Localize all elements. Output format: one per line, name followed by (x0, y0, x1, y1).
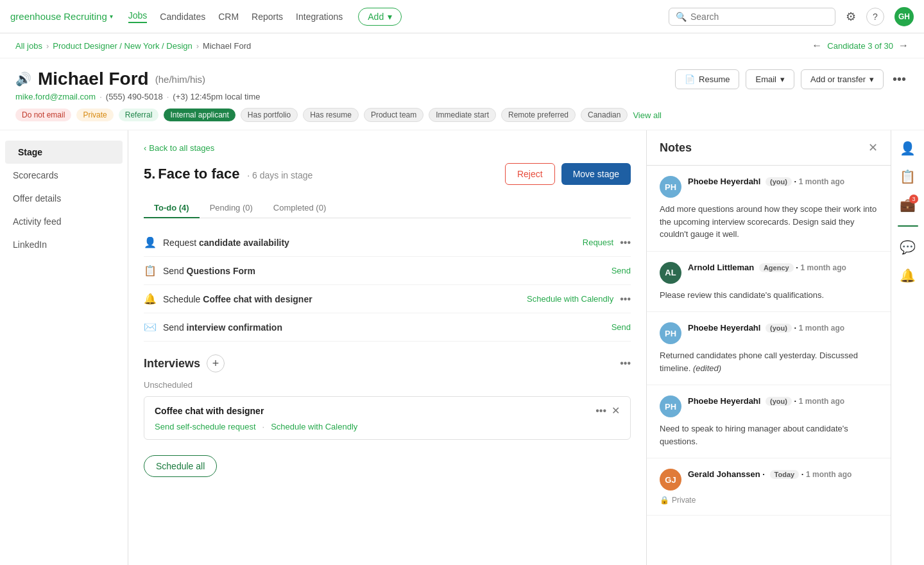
search-box[interactable]: 🔍 (669, 8, 835, 26)
candidate-meta: mike.ford@zmail.com · (555) 490-5018 · (… (15, 92, 909, 101)
candidate-nav-text[interactable]: Candidate 3 of 30 (827, 41, 893, 51)
candidate-header: 🔊 Michael Ford (he/him/his) 📄 Resume Ema… (0, 58, 924, 130)
nav-link-candidates[interactable]: Candidates (160, 12, 205, 22)
tag-remote-preferred[interactable]: Remote preferred (501, 108, 576, 122)
tag-product-team[interactable]: Product team (364, 108, 424, 122)
nav-link-crm[interactable]: CRM (218, 12, 239, 22)
notes-title: Notes (660, 141, 692, 155)
nav-link-integrations[interactable]: Integrations (296, 12, 343, 22)
note-author-4: Phoebe Heyerdahl (you) · 1 month ago (688, 396, 844, 406)
interview-card-coffee: Coffee chat with designer ••• ✕ Send sel… (144, 396, 631, 440)
email-caret-icon: ▾ (780, 74, 785, 84)
breadcrumb-job[interactable]: Product Designer / New York / Design (53, 41, 193, 51)
email-button[interactable]: Email ▾ (746, 69, 794, 89)
add-button[interactable]: Add ▾ (358, 8, 402, 26)
next-candidate-arrow[interactable]: → (898, 40, 909, 51)
interview-card-close[interactable]: ✕ (612, 404, 620, 417)
tag-internal-applicant[interactable]: Internal applicant (164, 109, 235, 121)
help-button[interactable]: ? (866, 8, 884, 26)
briefcase-rail-btn[interactable]: 💼 3 (900, 197, 916, 213)
resume-icon: 📄 (685, 74, 695, 84)
note-author-5: Gerald Johanssen · Today · 1 month ago (688, 469, 851, 479)
todo-text-coffee: Schedule Coffee chat with designer (163, 294, 520, 304)
tag-referral[interactable]: Referral (119, 109, 159, 121)
tag-private[interactable]: Private (76, 109, 113, 121)
prev-candidate-arrow[interactable]: ← (812, 40, 822, 51)
resume-label: Resume (699, 74, 730, 84)
schedule-all-button[interactable]: Schedule all (144, 455, 217, 477)
sidebar-item-linkedin[interactable]: LinkedIn (0, 233, 128, 256)
tag-do-not-email[interactable]: Do not email (15, 109, 71, 121)
breadcrumb-nav: ← Candidate 3 of 30 → (812, 40, 909, 51)
interviews-header: Interviews + ••• (144, 354, 631, 372)
todo-item-coffee: 🔔 Schedule Coffee chat with designer Sch… (144, 285, 631, 313)
search-input[interactable] (690, 12, 828, 22)
interviews-more-button[interactable]: ••• (620, 358, 631, 369)
candidate-email[interactable]: mike.ford@zmail.com (15, 92, 96, 101)
todo-more-coffee[interactable]: ••• (620, 293, 631, 305)
nav-link-reports[interactable]: Reports (252, 12, 283, 22)
more-actions-button[interactable]: ••• (890, 69, 909, 89)
add-interview-button[interactable]: + (207, 354, 225, 372)
schedule-calendly-link[interactable]: Schedule with Calendly (527, 294, 613, 304)
bell-rail-icon[interactable]: 🔔 (900, 268, 916, 283)
sidebar-item-offer-details[interactable]: Offer details (0, 187, 128, 210)
sidebar-item-stage[interactable]: Stage (5, 141, 123, 164)
tag-has-portfolio[interactable]: Has portfolio (241, 108, 298, 122)
top-nav: greenhouse Recruiting ▾ Jobs Candidates … (0, 0, 924, 33)
note-header-3: PH Phoebe Heyerdahl (you) · 1 month ago (660, 322, 878, 344)
brand-logo[interactable]: greenhouse Recruiting ▾ (10, 11, 113, 22)
send-confirmation-link[interactable]: Send (612, 322, 631, 332)
add-button-caret: ▾ (388, 12, 392, 22)
settings-button[interactable]: ⚙ (846, 10, 856, 24)
tag-canadian[interactable]: Canadian (581, 108, 628, 122)
avatar-ph-2: PH (660, 322, 681, 344)
interview-card-more[interactable]: ••• (595, 405, 606, 417)
private-label: Private (672, 496, 696, 505)
send-questions-link[interactable]: Send (612, 266, 631, 275)
sidebar-item-scorecards[interactable]: Scorecards (0, 164, 128, 187)
documents-rail-icon[interactable]: 📋 (900, 169, 916, 184)
brand-caret-icon: ▾ (110, 13, 113, 20)
add-transfer-label: Add or transfer (810, 74, 866, 84)
tag-has-resume[interactable]: Has resume (303, 108, 359, 122)
breadcrumb-sep-2: › (196, 41, 199, 51)
note-header-2: AL Arnold Littleman Agency · 1 month ago (660, 262, 878, 284)
tab-completed[interactable]: Completed (0) (263, 198, 336, 218)
note-header-5: GJ Gerald Johanssen · Today · 1 month ag… (660, 469, 878, 491)
user-avatar[interactable]: GH (894, 7, 914, 26)
view-all-tags[interactable]: View all (633, 110, 662, 120)
request-availability-link[interactable]: Request (583, 238, 613, 247)
candidate-pronouns: (he/him/his) (155, 74, 205, 85)
todo-more-availability[interactable]: ••• (620, 237, 631, 248)
nav-link-jobs[interactable]: Jobs (128, 10, 148, 23)
brand-name-recruiting: Recruiting (64, 11, 107, 22)
note-text-3: Returned candidates phone call yesterday… (660, 349, 878, 374)
schedule-with-calendly-link[interactable]: Schedule with Calendly (271, 422, 357, 431)
note-header-4: PH Phoebe Heyerdahl (you) · 1 month ago (660, 396, 878, 417)
sidebar-item-activity-feed[interactable]: Activity feed (0, 210, 128, 233)
chat-rail-icon[interactable]: 💬 (900, 239, 916, 255)
move-stage-button[interactable]: Move stage (561, 163, 631, 185)
self-schedule-link[interactable]: Send self-schedule request (155, 422, 256, 431)
reject-button[interactable]: Reject (505, 163, 555, 185)
search-icon: 🔍 (676, 12, 687, 22)
add-button-label: Add (368, 12, 384, 22)
notes-close-button[interactable]: ✕ (868, 141, 878, 155)
note-item-1: PH Phoebe Heyerdahl (you) · 1 month ago … (647, 166, 891, 252)
note-meta-2: Arnold Littleman Agency · 1 month ago (688, 262, 878, 272)
tab-todo[interactable]: To-do (4) (144, 198, 200, 218)
breadcrumb-all-jobs[interactable]: All jobs (15, 41, 42, 51)
back-to-stages-link[interactable]: ‹ Back to all stages (144, 143, 631, 153)
tag-immediate-start[interactable]: Immediate start (429, 108, 496, 122)
sound-icon[interactable]: 🔊 (15, 71, 31, 87)
resume-button[interactable]: 📄 Resume (675, 69, 739, 89)
note-item-4: PH Phoebe Heyerdahl (you) · 1 month ago … (647, 385, 891, 458)
stage-name: Face to face (158, 166, 239, 182)
tab-pending[interactable]: Pending (0) (200, 198, 263, 218)
breadcrumb-candidate: Michael Ford (203, 41, 251, 51)
person-rail-icon[interactable]: 👤 (900, 141, 916, 156)
avatar-al: AL (660, 262, 681, 284)
notes-header: Notes ✕ (647, 130, 891, 166)
add-transfer-button[interactable]: Add or transfer ▾ (801, 69, 884, 89)
